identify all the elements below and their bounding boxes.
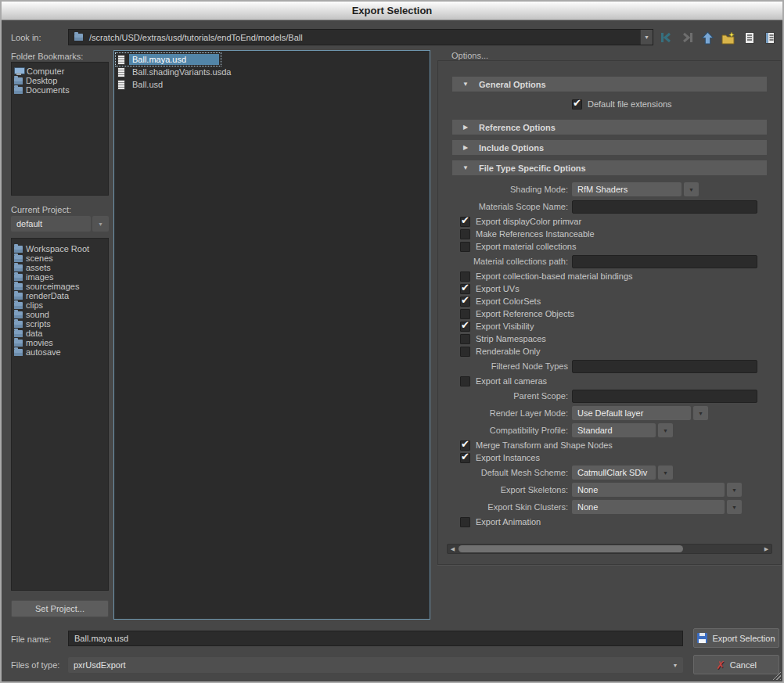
dropdown-export-skeletons[interactable]: None — [572, 483, 725, 497]
dropdown-default-mesh-scheme[interactable]: CatmullClark SDiv — [572, 466, 656, 480]
look-in-dropdown-arrow-icon[interactable]: ▼ — [640, 30, 653, 45]
check-icon: ✔ — [461, 319, 469, 331]
project-folder-assets[interactable]: assets — [14, 263, 106, 272]
file-name-input[interactable]: Ball.maya.usd — [68, 631, 683, 646]
cancel-x-icon: ✗ — [716, 660, 725, 670]
field-label: Render Layer Mode: — [452, 408, 572, 418]
project-folder-clips[interactable]: clips — [14, 300, 106, 310]
checkbox-export-all-cameras[interactable] — [460, 376, 470, 386]
project-folder-images[interactable]: images — [14, 272, 106, 282]
project-folder-scenes[interactable]: scenes — [14, 253, 106, 263]
text-input-filtered-node-types[interactable] — [572, 360, 757, 373]
file-item-ball-usd[interactable]: Ball.usd — [116, 78, 167, 91]
forward-icon[interactable] — [678, 29, 696, 46]
scrollbar-track[interactable] — [458, 545, 761, 553]
checkbox-export-animation[interactable] — [460, 517, 470, 527]
checkbox-export-displaycolor-primvar[interactable]: ✔ — [460, 217, 470, 227]
current-project-dropdown[interactable]: default ▼ — [11, 216, 109, 232]
dropdown-arrow-icon[interactable]: ▼ — [693, 406, 708, 420]
text-input-material-collections-path[interactable] — [572, 255, 757, 268]
cancel-button[interactable]: ✗ Cancel — [693, 655, 779, 674]
folder-icon — [14, 255, 23, 262]
text-input-parent-scope[interactable] — [572, 390, 757, 403]
dropdown-arrow-icon[interactable]: ▼ — [658, 423, 673, 437]
option-row-render-layer-mode: Render Layer Mode:Use Default layer▼ — [452, 404, 767, 422]
option-row-export-material-collections: Export material collections — [452, 240, 767, 253]
section-reference-options[interactable]: ▶ Reference Options — [452, 120, 767, 135]
dropdown-arrow-icon[interactable]: ▼ — [684, 182, 699, 196]
checkbox-default-file-extensions[interactable]: ✔ — [572, 99, 582, 110]
project-folder-renderdata[interactable]: renderData — [14, 291, 106, 300]
dropdown-export-skin-clusters[interactable]: None — [572, 500, 725, 514]
dropdown-render-layer-mode[interactable]: Use Default layer — [572, 406, 691, 420]
file-list-panel[interactable]: Ball.maya.usdBall.shadingVariants.usdaBa… — [113, 50, 430, 620]
checkbox-strip-namespaces[interactable] — [460, 334, 470, 344]
set-project-button[interactable]: Set Project... — [11, 600, 109, 617]
project-folder-label: movies — [26, 338, 53, 347]
scroll-right-icon[interactable]: ▶ — [761, 546, 771, 552]
scrollbar-thumb[interactable] — [459, 545, 683, 552]
window-titlebar[interactable]: Export Selection — [2, 2, 782, 20]
checkbox-renderable-only[interactable] — [460, 347, 470, 357]
option-row-renderable-only: Renderable Only — [452, 345, 767, 358]
bookmark-item-desktop[interactable]: Desktop — [14, 76, 106, 85]
dropdown-arrow-icon[interactable]: ▼ — [727, 500, 742, 514]
project-folder-label: clips — [26, 300, 43, 310]
up-directory-icon[interactable] — [699, 29, 717, 46]
project-folder-scripts[interactable]: scripts — [14, 319, 106, 329]
dropdown-arrow-icon[interactable]: ▼ — [727, 483, 742, 497]
bookmark-item-computer[interactable]: Computer — [14, 67, 106, 76]
dropdown-shading-mode[interactable]: RfM Shaders — [572, 182, 682, 196]
horizontal-scrollbar[interactable]: ◀ ▶ — [447, 544, 772, 554]
checkbox-export-reference-objects[interactable] — [460, 309, 470, 319]
check-icon: ✔ — [573, 97, 581, 109]
project-folder-label: autosave — [26, 347, 61, 357]
checkbox-export-material-collections[interactable] — [460, 242, 470, 252]
files-of-type-arrow-icon[interactable]: ▼ — [667, 663, 683, 668]
project-folder-sourceimages[interactable]: sourceimages — [14, 282, 106, 291]
option-row-export-animation: Export Animation — [452, 516, 767, 528]
look-in-combobox[interactable]: /scratch/USD/extras/usd/tutorials/endToE… — [68, 29, 653, 45]
field-label: Export Skin Clusters: — [452, 502, 572, 512]
current-project-arrow-icon[interactable]: ▼ — [92, 216, 109, 232]
project-folder-workspace-root[interactable]: Workspace Root — [14, 244, 106, 253]
section-file-type-specific-options[interactable]: ▼ File Type Specific Options — [452, 160, 767, 175]
bookmark-label: Desktop — [26, 76, 57, 85]
checkbox-export-visibility[interactable]: ✔ — [460, 322, 470, 332]
checkbox-make-references-instanceable[interactable] — [460, 229, 470, 239]
file-item-ball-shadingvariants-usda[interactable]: Ball.shadingVariants.usda — [116, 66, 236, 78]
project-folder-label: renderData — [26, 291, 69, 300]
checkbox-export-uvs[interactable]: ✔ — [460, 284, 470, 294]
option-row-material-collections-path: Material collections path: — [452, 253, 767, 270]
field-label: Parent Scope: — [452, 391, 572, 401]
section-include-options[interactable]: ▶ Include Options — [452, 140, 767, 155]
option-row-parent-scope: Parent Scope: — [452, 387, 767, 404]
option-row-export-displaycolor-primvar: ✔Export displayColor primvar — [452, 215, 767, 228]
project-folder-data[interactable]: data — [14, 329, 106, 338]
list-view-icon[interactable] — [740, 29, 758, 46]
new-folder-icon[interactable] — [720, 29, 738, 46]
files-of-type-dropdown[interactable]: pxrUsdExport ▼ — [68, 657, 683, 673]
detail-view-icon[interactable] — [761, 29, 779, 46]
file-item-ball-maya-usd[interactable]: Ball.maya.usd — [116, 53, 221, 66]
project-folder-sound[interactable]: sound — [14, 310, 106, 319]
project-folder-movies[interactable]: movies — [14, 338, 106, 347]
dropdown-compatibility-profile[interactable]: Standard — [572, 423, 656, 437]
project-folder-autosave[interactable]: autosave — [14, 347, 106, 357]
back-icon[interactable] — [657, 29, 675, 46]
text-input-materials-scope-name[interactable] — [572, 200, 757, 214]
checkbox-export-instances[interactable]: ✔ — [460, 453, 470, 463]
checkbox-export-collection-based-material-bindings[interactable] — [460, 271, 470, 282]
folder-icon — [14, 321, 23, 328]
checkbox-merge-transform-and-shape-nodes[interactable]: ✔ — [460, 440, 470, 451]
field-label: Default Mesh Scheme: — [452, 468, 572, 477]
scroll-left-icon[interactable]: ◀ — [448, 546, 458, 552]
checkbox-export-colorsets[interactable]: ✔ — [460, 297, 470, 307]
dropdown-arrow-icon[interactable]: ▼ — [658, 466, 673, 480]
bookmark-item-documents[interactable]: Documents — [14, 85, 106, 95]
folder-icon — [14, 274, 23, 281]
export-selection-button[interactable]: Export Selection — [693, 628, 779, 648]
option-row-export-visibility: ✔Export Visibility — [452, 320, 767, 333]
check-icon: ✔ — [461, 451, 469, 462]
section-general-options[interactable]: ▼ General Options — [452, 77, 767, 92]
